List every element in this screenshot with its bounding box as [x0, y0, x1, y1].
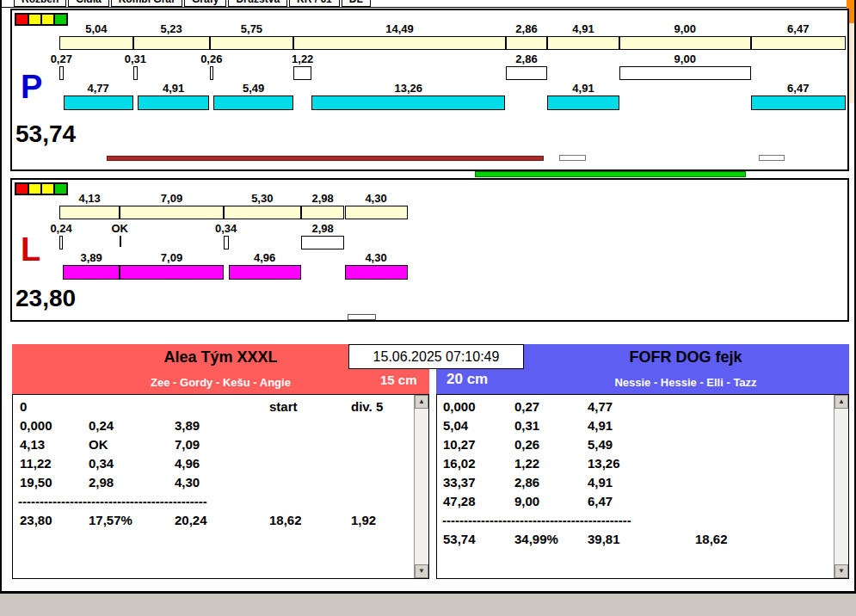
total-time-p: 53,74 — [15, 122, 76, 146]
right-table-scrollbar[interactable]: ▲ ▼ — [834, 395, 848, 578]
table-cell: 0,31 — [514, 418, 539, 433]
table-cell: 5,04 — [443, 418, 468, 433]
table-row: 23,8017,57%20,2418,621,92 — [13, 513, 413, 532]
segment-box — [59, 36, 133, 50]
segment-label: 4,13 — [78, 192, 100, 205]
run-label: 3,89 — [80, 251, 102, 264]
offset-label: 0,24 — [50, 222, 71, 235]
offset-label: 0,31 — [125, 52, 146, 65]
table-cell: 34,99% — [514, 532, 558, 546]
tab--idla[interactable]: Čidla — [68, 0, 108, 7]
total-time-l: 23,80 — [15, 286, 76, 311]
team-right-dogs: Nessie - Hessie - Elli - Tazz — [436, 376, 849, 389]
scroll-up-icon[interactable]: ▲ — [415, 395, 428, 409]
offset-box — [210, 66, 213, 80]
tab-grafy[interactable]: Grafy — [184, 0, 226, 7]
marker-box — [348, 314, 376, 320]
table-row: 10,270,265,49 — [437, 437, 833, 456]
segment-box — [293, 36, 505, 50]
table-cell: 2,86 — [514, 475, 539, 490]
run-bar — [64, 95, 133, 110]
scroll-down-icon[interactable]: ▼ — [415, 564, 428, 578]
table-cell: 18,62 — [269, 513, 302, 527]
table-row: 0startdiv. 5 — [13, 399, 413, 418]
segment-label: 5,23 — [160, 22, 182, 35]
lane-panel-l: L 23,80 4,137,095,302,984,300,24OK0,342,… — [10, 178, 849, 322]
lane-letter-l: L — [21, 233, 40, 266]
segment-box — [210, 36, 294, 50]
offset-box — [133, 66, 138, 80]
team-left-height: 15 cm — [380, 373, 417, 387]
table-cell: div. 5 — [351, 399, 383, 414]
segment-label: 5,75 — [241, 22, 262, 35]
offset-label: 2,98 — [312, 222, 334, 235]
table-cell: 0,26 — [514, 437, 539, 452]
timestamp: 15.06.2025 07:10:49 — [348, 344, 524, 369]
table-cell: 19,50 — [20, 475, 52, 490]
left-table-scrollbar[interactable]: ▲ ▼ — [414, 395, 428, 578]
run-label: 13,26 — [395, 82, 423, 95]
run-label: 4,77 — [87, 82, 108, 95]
scroll-down-icon[interactable]: ▼ — [834, 564, 848, 578]
run-bar — [138, 95, 209, 110]
table-cell: 33,37 — [443, 475, 476, 490]
table-cell: 4,91 — [588, 475, 613, 490]
table-cell: 1,92 — [351, 513, 376, 527]
table-cell: 4,13 — [20, 437, 45, 452]
run-label: 7,09 — [161, 251, 182, 264]
table-cell: 9,00 — [514, 494, 539, 508]
table-cell: 3,89 — [175, 418, 200, 433]
app-window: RozběhČidlaKombi GrafGrafyDružstvaKR / 6… — [0, 0, 856, 594]
run-bar — [311, 95, 505, 110]
tab-kombi-graf[interactable]: Kombi Graf — [111, 0, 182, 7]
table-cell: 0,34 — [89, 456, 114, 471]
offset-box — [224, 236, 229, 249]
offset-box — [293, 66, 311, 80]
segment-label: 5,30 — [251, 192, 273, 205]
left-table-body: 0startdiv. 50,0000,243,894,13OK7,0911,22… — [13, 399, 413, 576]
tab-dl[interactable]: DL — [342, 0, 371, 7]
tab-rozb-h[interactable]: Rozběh — [14, 0, 66, 7]
lane-panel-p: P 53,74 5,045,235,7514,492,864,919,006,4… — [10, 9, 849, 171]
table-row: 4,13OK7,09 — [13, 437, 413, 456]
right-table-body: 0,0000,274,775,040,314,9110,270,265,4916… — [437, 399, 833, 576]
table-row: 0,0000,274,77 — [437, 399, 833, 418]
offset-box — [59, 236, 63, 249]
run-bar — [63, 265, 120, 280]
offset-label: 0,26 — [200, 52, 222, 65]
status-square — [54, 183, 67, 194]
table-cell: 0,000 — [20, 418, 52, 433]
run-label: 4,91 — [163, 82, 184, 95]
status-square — [15, 183, 28, 194]
tab-kr-61[interactable]: KR / 61 — [289, 0, 340, 7]
offset-box — [506, 66, 548, 80]
segment-box — [751, 36, 846, 50]
run-bar — [120, 265, 224, 280]
offset-label: 9,00 — [674, 52, 696, 65]
table-cell: 0 — [20, 399, 27, 414]
table-cell: 17,57% — [89, 513, 132, 527]
table-cell: start — [269, 399, 298, 414]
table-cell: 2,98 — [89, 475, 114, 490]
run-label: 4,91 — [572, 82, 594, 95]
segment-box — [547, 36, 619, 50]
tab-dru-stva[interactable]: Družstva — [228, 0, 287, 7]
progress-bar-green — [475, 171, 746, 177]
table-row: 19,502,984,30 — [13, 475, 413, 494]
segment-box — [224, 206, 301, 219]
table-cell: OK — [89, 437, 108, 452]
status-squares — [15, 13, 68, 26]
segment-label: 7,09 — [161, 192, 182, 205]
table-cell: 47,28 — [443, 494, 476, 508]
team-right-height: 20 cm — [446, 371, 488, 388]
table-cell: 0,000 — [443, 399, 476, 414]
offset-ok-tick — [120, 236, 121, 247]
table-separator: ----------------------------------------… — [13, 494, 413, 513]
run-bar — [213, 95, 293, 110]
table-cell: 39,81 — [588, 532, 620, 546]
run-label: 5,49 — [243, 82, 264, 95]
offset-box — [301, 236, 345, 249]
offset-box — [619, 66, 751, 80]
status-square — [15, 14, 28, 25]
scroll-up-icon[interactable]: ▲ — [834, 395, 848, 409]
